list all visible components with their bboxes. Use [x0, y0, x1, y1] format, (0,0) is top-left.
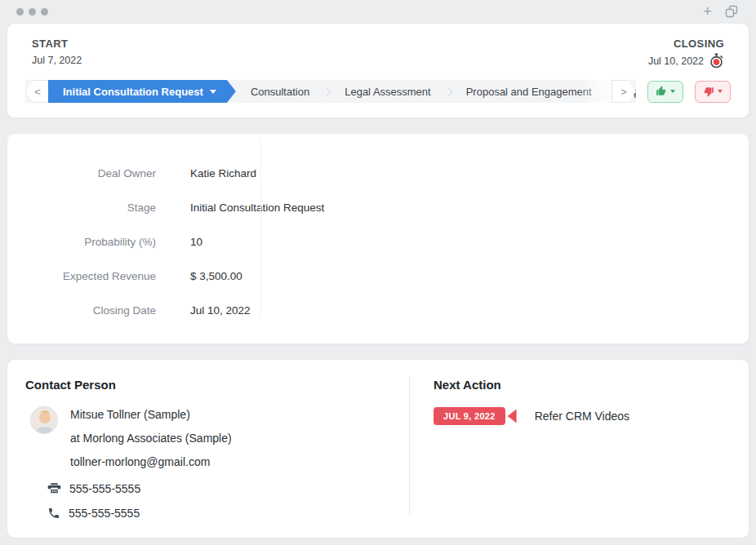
next-action-text[interactable]: Refer CRM Videos [535, 410, 629, 423]
contact-phone-office[interactable]: 555-555-5555 [70, 481, 232, 495]
phone-number: 555-555-5555 [69, 482, 140, 495]
phone-handset-icon [47, 507, 60, 520]
field-label: Expected Revenue [7, 270, 156, 282]
field-label: Deal Owner [7, 167, 156, 179]
contact-phone-mobile[interactable]: 555-555-5555 [70, 507, 232, 520]
column-divider [260, 140, 261, 316]
stage-pipeline: < Initial Consultation Request Consultat… [25, 80, 636, 103]
stage-active-label: Initial Consultation Request [63, 86, 203, 98]
field-value[interactable]: Initial Consultation Request [190, 202, 324, 214]
copy-icon[interactable] [725, 5, 738, 18]
stage-fade-overlay [577, 80, 616, 103]
next-action-title: Next Action [434, 378, 501, 392]
next-action-section: Next Action JUL 9, 2022 Refer CRM Videos [409, 360, 749, 538]
stage-scroll-left-button[interactable]: < [25, 80, 50, 103]
window-dot-icon[interactable] [16, 8, 24, 16]
stage-active[interactable]: Initial Consultation Request [48, 80, 236, 103]
next-action-date-badge: JUL 9, 2022 [434, 407, 505, 425]
stopwatch-icon [709, 53, 724, 69]
contact-email[interactable]: tollner-morlong@gmail.com [70, 455, 232, 468]
field-label: Closing Date [7, 304, 156, 317]
window-dot-icon[interactable] [29, 8, 36, 16]
contact-person-title: Contact Person [25, 378, 116, 392]
chevron-down-icon [210, 90, 216, 94]
thumbs-up-button[interactable] [647, 81, 683, 103]
field-value[interactable]: 10 [190, 236, 202, 248]
start-date: Jul 7, 2022 [32, 55, 82, 66]
contact-company[interactable]: at Morlong Associates (Sample) [70, 432, 232, 445]
contact-person-section: Contact Person Mitsue Tollner (Sample) a… [7, 360, 409, 538]
phone-number: 555-555-5555 [69, 507, 140, 520]
start-label: START [32, 38, 82, 50]
thumbs-down-button[interactable] [695, 81, 731, 103]
thumbs-up-icon [656, 86, 667, 97]
contact-name[interactable]: Mitsue Tollner (Sample) [70, 408, 232, 421]
deal-stage-card: START Jul 7, 2022 CLOSING Jul 10, 2022 <… [7, 23, 749, 118]
detail-row-closing-date: Closing Date Jul 10, 2022 [7, 293, 749, 327]
detail-row-expected-revenue: Expected Revenue $ 3,500.00 [7, 259, 749, 293]
badge-tail-icon [508, 410, 517, 423]
field-label: Stage [7, 202, 156, 214]
desk-phone-icon [47, 481, 61, 495]
field-value[interactable]: Katie Richard [190, 167, 256, 179]
detail-row-stage: Stage Initial Consultation Request [7, 190, 749, 224]
detail-row-probability: Probability (%) 10 [7, 224, 749, 259]
window-dot-icon[interactable] [41, 8, 48, 16]
detail-row-deal-owner: Deal Owner Katie Richard [7, 156, 749, 190]
chevron-down-icon [718, 90, 723, 93]
deal-details-card: Deal Owner Katie Richard Stage Initial C… [7, 133, 749, 344]
window-controls[interactable] [16, 8, 48, 16]
chevron-down-icon [670, 90, 675, 93]
stage-item-legal-assessment[interactable]: Legal Assessment [330, 86, 446, 98]
add-button[interactable]: + [703, 4, 712, 19]
stage-scroll-right-button[interactable]: > [611, 80, 636, 103]
field-label: Probability (%) [7, 236, 156, 248]
thumbs-down-icon [703, 86, 714, 97]
closing-label: CLOSING [648, 38, 724, 50]
stage-item-consultation[interactable]: Consultation [236, 86, 324, 98]
closing-date: Jul 10, 2022 [648, 55, 704, 67]
related-info-card: Contact Person Mitsue Tollner (Sample) a… [7, 359, 749, 538]
contact-avatar[interactable] [30, 406, 58, 434]
field-value[interactable]: Jul 10, 2022 [190, 304, 251, 317]
field-value[interactable]: $ 3,500.00 [190, 270, 242, 282]
